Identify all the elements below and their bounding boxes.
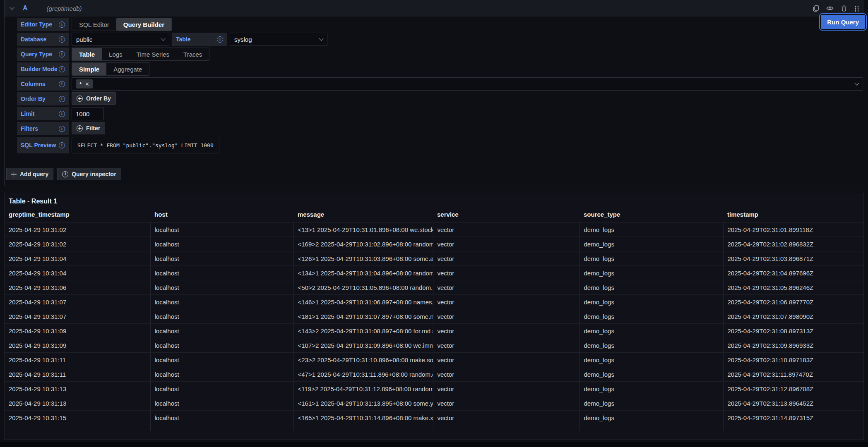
info-icon[interactable]	[59, 96, 65, 102]
cell: vector	[433, 266, 579, 280]
query-editor-footer: Add query Query inspector	[6, 168, 121, 180]
panel-title: Table - Result 1	[5, 193, 863, 208]
columns-multiselect[interactable]: *	[72, 77, 863, 91]
query-row-header[interactable]: A (greptimedb)	[5, 0, 864, 17]
add-query-button[interactable]: Add query	[6, 168, 53, 180]
drag-handle-icon[interactable]	[854, 5, 859, 12]
table-row: 2025-04-29 10:31:15localhost<165>1 2025-…	[5, 411, 864, 425]
editor-type-label: Editor Type	[17, 18, 69, 31]
label-text: Filters	[21, 125, 38, 132]
table-row: 2025-04-29 10:31:11localhost<47>1 2025-0…	[5, 367, 864, 382]
add-order-by-button[interactable]: Order By	[72, 92, 116, 105]
cell: 2025-04-29T02:31:05.896246Z	[723, 280, 864, 295]
cell	[433, 425, 579, 431]
form-row-editor-type: Editor Type SQL EditorQuery Builder	[17, 18, 864, 31]
cell: 2025-04-29T02:31:14.897315Z	[723, 411, 864, 425]
sql-preview-code: SELECT * FROM "public"."syslog" LIMIT 10…	[72, 137, 219, 153]
form-row-filters: Filters Filter	[17, 122, 864, 135]
cell: 2025-04-29 10:31:04	[5, 266, 150, 280]
cell: localhost	[150, 382, 293, 396]
cell: vector	[433, 295, 579, 309]
database-select-value: public	[76, 36, 92, 43]
query-builder-form: Editor Type SQL EditorQuery Builder Data…	[5, 17, 864, 153]
info-icon[interactable]	[59, 36, 65, 43]
cell: demo_logs	[579, 353, 723, 367]
form-row-limit: Limit	[17, 107, 864, 120]
editor-type-switch: SQL EditorQuery Builder	[72, 18, 172, 31]
cell: <143>2 2025-04-29T10:31:08.897+08:00 for…	[293, 324, 433, 338]
option-sql-editor[interactable]: SQL Editor	[72, 18, 116, 31]
cell: 2025-04-29 10:31:13	[5, 396, 150, 411]
option-time-series[interactable]: Time Series	[130, 48, 176, 60]
column-header-source_type[interactable]: source_type	[579, 208, 723, 222]
query-inspector-button[interactable]: Query inspector	[57, 168, 121, 180]
run-query-button[interactable]: Run Query	[821, 15, 865, 29]
limit-input[interactable]	[72, 107, 104, 120]
table-select[interactable]: syslog	[230, 33, 327, 46]
column-chip[interactable]: *	[76, 79, 93, 88]
cell: demo_logs	[579, 280, 723, 295]
cell: 2025-04-29T02:31:01.899118Z	[723, 222, 864, 237]
column-chip-value: *	[79, 81, 82, 87]
info-icon[interactable]	[59, 66, 65, 72]
info-icon[interactable]	[59, 51, 65, 57]
column-header-host[interactable]: host	[150, 208, 293, 222]
option-table[interactable]: Table	[72, 48, 102, 60]
close-icon[interactable]	[85, 81, 89, 87]
cell: <169>2 2025-04-29T10:31:02.896+08:00 ran…	[293, 237, 433, 251]
info-icon[interactable]	[59, 126, 65, 132]
cell: 2025-04-29T02:31:10.897183Z	[723, 353, 864, 367]
cell: localhost	[150, 295, 293, 309]
columns-label: Columns	[17, 77, 69, 91]
cell: 2025-04-29T02:31:13.896452Z	[723, 396, 864, 411]
chevron-down-icon	[854, 81, 859, 85]
table-row: 2025-04-29 10:31:13localhost<161>1 2025-…	[5, 396, 864, 411]
cell: <161>1 2025-04-29T10:31:13.895+08:00 som…	[293, 396, 433, 411]
option-simple[interactable]: Simple	[72, 63, 106, 75]
info-icon[interactable]	[59, 111, 65, 117]
sql-preview-label: SQL Preview	[17, 137, 69, 153]
collapse-chevron-icon[interactable]	[10, 5, 14, 10]
table-row: 2025-04-29 10:31:13localhost<119>2 2025-…	[5, 382, 864, 396]
bottom-edge	[0, 442, 868, 447]
info-icon[interactable]	[59, 142, 65, 148]
add-filter-button[interactable]: Filter	[72, 122, 105, 134]
cell: localhost	[150, 251, 293, 266]
cell: 2025-04-29 10:31:02	[5, 222, 150, 237]
database-label: Database	[17, 33, 69, 46]
info-icon[interactable]	[217, 36, 223, 43]
trash-icon[interactable]	[841, 5, 847, 12]
database-select[interactable]: public	[72, 33, 169, 46]
cell: <107>2 2025-04-29T10:31:09.896+08:00 we.…	[293, 338, 433, 353]
column-header-message[interactable]: message	[293, 208, 433, 222]
limit-label: Limit	[17, 107, 69, 120]
copy-icon[interactable]	[812, 5, 819, 12]
cell: localhost	[150, 367, 293, 382]
cell: demo_logs	[579, 295, 723, 309]
order-by-label: Order By	[17, 92, 69, 105]
cell: 2025-04-29T02:31:06.897770Z	[723, 295, 864, 309]
eye-icon[interactable]	[826, 5, 834, 12]
form-row-columns: Columns *	[17, 77, 864, 91]
column-header-greptime_timestamp[interactable]: greptime_timestamp	[5, 208, 150, 222]
cell: <13>1 2025-04-29T10:31:01.896+08:00 we.s…	[293, 222, 433, 237]
table-row: 2025-04-29 10:31:07localhost<181>1 2025-…	[5, 309, 864, 324]
option-query-builder[interactable]: Query Builder	[116, 18, 171, 31]
table-filler-row	[5, 425, 864, 431]
column-header-service[interactable]: service	[433, 208, 579, 222]
info-icon[interactable]	[59, 81, 65, 87]
info-icon[interactable]	[59, 22, 65, 28]
option-aggregate[interactable]: Aggregate	[106, 63, 149, 75]
cell: 2025-04-29T02:31:08.897313Z	[723, 324, 864, 338]
filters-label: Filters	[17, 122, 69, 135]
cell: <134>1 2025-04-29T10:31:04.896+08:00 ran…	[293, 266, 433, 280]
cell: <146>1 2025-04-29T10:31:06.897+08:00 nam…	[293, 295, 433, 309]
label-text: Editor Type	[21, 21, 52, 28]
option-logs[interactable]: Logs	[102, 48, 130, 60]
cell	[5, 425, 150, 431]
builder-mode-label: Builder Mode	[17, 62, 69, 76]
table-row: 2025-04-29 10:31:04localhost<126>1 2025-…	[5, 251, 864, 266]
option-traces[interactable]: Traces	[176, 48, 209, 60]
column-header-timestamp[interactable]: timestamp	[723, 208, 864, 222]
cell: demo_logs	[579, 309, 723, 324]
